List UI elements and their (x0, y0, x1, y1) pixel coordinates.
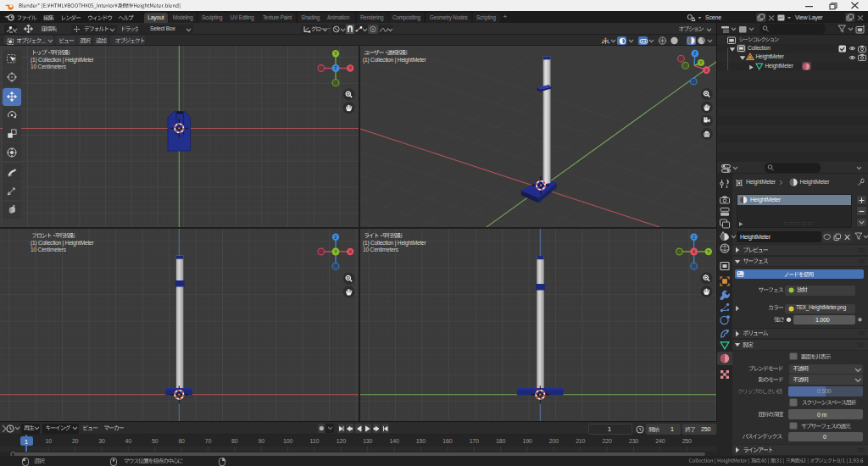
svg-text:200: 200 (549, 438, 559, 444)
svg-text:30: 30 (98, 438, 105, 444)
svg-text:10: 10 (46, 438, 53, 444)
svg-text:Y: Y (699, 60, 703, 65)
svg-text:210: 210 (576, 438, 585, 444)
svg-text:X: X (348, 65, 352, 70)
svg-text:220: 220 (603, 438, 612, 444)
svg-text:170: 170 (470, 438, 479, 444)
svg-text:100: 100 (283, 438, 292, 444)
svg-text:180: 180 (496, 438, 505, 444)
svg-text:240: 240 (655, 438, 665, 444)
svg-text:Y: Y (334, 249, 337, 254)
svg-text:Y: Y (707, 249, 710, 254)
svg-text:X: X (704, 68, 708, 73)
svg-text:60: 60 (178, 438, 185, 444)
svg-text:80: 80 (231, 438, 238, 444)
svg-text:230: 230 (629, 438, 638, 444)
svg-text:X: X (348, 249, 352, 254)
svg-text:90: 90 (259, 438, 265, 444)
svg-text:130: 130 (363, 438, 372, 444)
svg-text:250: 250 (682, 438, 692, 444)
svg-text:190: 190 (522, 438, 531, 444)
svg-text:150: 150 (416, 438, 426, 444)
svg-text:140: 140 (390, 438, 399, 444)
svg-text:50: 50 (152, 438, 159, 444)
svg-text:Y: Y (334, 51, 337, 56)
svg-text:40: 40 (125, 438, 132, 444)
svg-text:20: 20 (72, 438, 79, 444)
svg-text:X: X (693, 249, 696, 254)
svg-text:120: 120 (337, 438, 346, 444)
svg-text:160: 160 (442, 438, 452, 444)
svg-text:70: 70 (205, 438, 212, 444)
svg-text:110: 110 (310, 438, 320, 444)
